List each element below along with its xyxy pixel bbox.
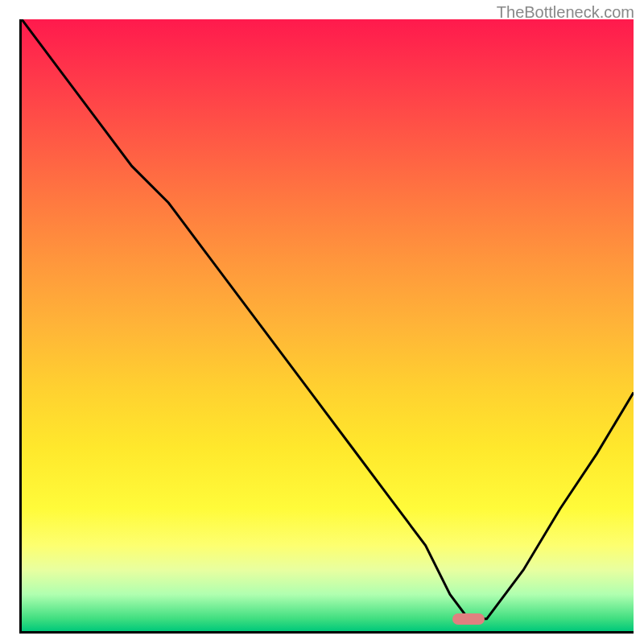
optimal-marker	[452, 613, 485, 625]
plot-area	[19, 19, 634, 634]
watermark-text: TheBottleneck.com	[497, 3, 634, 22]
bottleneck-curve	[22, 19, 634, 631]
